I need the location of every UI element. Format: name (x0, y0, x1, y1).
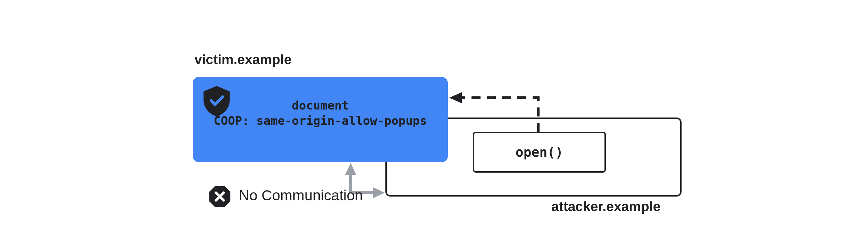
svg-marker-0 (449, 92, 462, 103)
shield-check-icon (203, 86, 230, 116)
no-communication-label: No Communication (239, 187, 363, 204)
victim-title: victim.example (194, 52, 292, 67)
victim-document: document COOP: same-origin-allow-popups (193, 77, 448, 162)
diagram-stage: document COOP: same-origin-allow-popups … (0, 0, 868, 252)
svg-marker-4 (373, 187, 385, 198)
attacker-title: attacker.example (551, 199, 660, 214)
victim-coop-header: COOP: same-origin-allow-popups (193, 114, 448, 128)
victim-doc-label: document (193, 98, 448, 112)
open-call-box: open() (473, 132, 606, 173)
svg-marker-3 (345, 163, 356, 175)
open-call-label: open() (516, 145, 563, 160)
x-octagon-icon (208, 185, 231, 208)
